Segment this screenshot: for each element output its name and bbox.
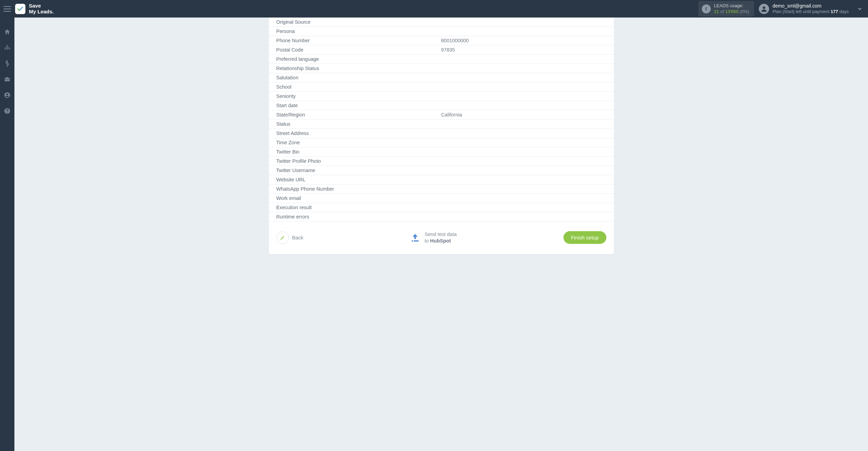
- usage-total: 13'850: [725, 9, 739, 14]
- field-label: Persona: [276, 29, 441, 34]
- field-row: Status: [269, 120, 614, 129]
- field-row: WhatsApp Phone Number: [269, 184, 614, 194]
- field-label: Work email: [276, 195, 441, 201]
- field-row: Twitter Bio: [269, 147, 614, 157]
- send-test-data-button[interactable]: Send test data to HubSpot: [410, 231, 457, 244]
- user-box[interactable]: demo_sml@gmail.com Plan |Start| left unt…: [759, 3, 849, 15]
- svg-rect-4: [9, 48, 10, 49]
- field-row: School: [269, 82, 614, 92]
- field-value: [441, 56, 606, 62]
- send-text: Send test data to HubSpot: [424, 231, 457, 244]
- logo-text[interactable]: Save My Leads.: [29, 3, 54, 14]
- field-value: [441, 205, 606, 210]
- nav-billing-icon[interactable]: [5, 60, 10, 67]
- field-value: [441, 19, 606, 25]
- nav-account-icon[interactable]: [4, 92, 11, 99]
- nav-briefcase-icon[interactable]: [4, 76, 11, 83]
- fields-list: Original SourcePersonaPhone Number800100…: [269, 18, 614, 222]
- back-label: Back: [292, 235, 304, 240]
- pencil-icon: [276, 232, 289, 244]
- avatar-icon: [759, 4, 769, 14]
- field-value: California: [441, 112, 606, 117]
- field-label: Start date: [276, 103, 441, 108]
- user-email: demo_sml@gmail.com: [773, 3, 849, 9]
- field-label: Twitter Bio: [276, 149, 441, 155]
- hamburger-icon[interactable]: [3, 6, 11, 12]
- card: Original SourcePersonaPhone Number800100…: [269, 18, 614, 254]
- field-value: [441, 29, 606, 34]
- usage-box[interactable]: i LEADS usage: 21 of 13'850 (0%): [698, 1, 754, 16]
- logo-line1: Save: [29, 3, 54, 9]
- nav-help-icon[interactable]: [4, 108, 11, 114]
- field-label: Status: [276, 121, 441, 127]
- field-label: Runtime errors: [276, 214, 441, 219]
- field-row: Twitter Profile Photo: [269, 157, 614, 166]
- user-plan: Plan |Start| left until payment 177 days: [773, 9, 849, 14]
- field-label: Street Address: [276, 131, 441, 136]
- field-row: Preferred language: [269, 55, 614, 64]
- chevron-down-icon[interactable]: [857, 6, 863, 12]
- svg-rect-2: [5, 48, 6, 49]
- usage-current: 21: [714, 9, 719, 14]
- field-row: Execution result: [269, 203, 614, 212]
- footer: Back Send test data to HubSpot Finish se…: [269, 222, 614, 244]
- field-row: Phone Number8001000000: [269, 36, 614, 45]
- usage-title: LEADS usage:: [714, 3, 749, 9]
- main-content: Original SourcePersonaPhone Number800100…: [14, 18, 868, 451]
- field-value: [441, 177, 606, 182]
- nav-home-icon[interactable]: [4, 29, 11, 35]
- field-row: Seniority: [269, 92, 614, 101]
- field-row: Runtime errors: [269, 212, 614, 222]
- field-value: [441, 168, 606, 173]
- field-label: School: [276, 84, 441, 90]
- field-label: WhatsApp Phone Number: [276, 186, 441, 192]
- field-row: Street Address: [269, 129, 614, 138]
- svg-point-0: [763, 6, 765, 9]
- field-value: [441, 103, 606, 108]
- field-value: [441, 84, 606, 90]
- topbar: Save My Leads. i LEADS usage: 21 of 13'8…: [0, 0, 868, 18]
- nav-integrations-icon[interactable]: [4, 44, 11, 51]
- field-value: [441, 140, 606, 145]
- field-row: Postal Code97835: [269, 45, 614, 55]
- back-button[interactable]: Back: [276, 232, 304, 244]
- usage-text: LEADS usage: 21 of 13'850 (0%): [714, 3, 749, 14]
- field-row: Work email: [269, 194, 614, 203]
- svg-point-6: [7, 93, 8, 95]
- upload-icon: [410, 233, 420, 243]
- info-icon: i: [702, 4, 711, 13]
- user-text: demo_sml@gmail.com Plan |Start| left unt…: [773, 3, 849, 15]
- field-value: [441, 158, 606, 164]
- field-row: Original Source: [269, 18, 614, 27]
- usage-percent: (0%): [740, 9, 749, 14]
- field-label: Salutation: [276, 75, 441, 80]
- field-label: Twitter Profile Photo: [276, 158, 441, 164]
- finish-setup-button[interactable]: Finish setup: [563, 231, 606, 244]
- field-label: Execution result: [276, 205, 441, 210]
- sidebar: [0, 18, 14, 451]
- field-value: 8001000000: [441, 38, 606, 43]
- field-value: [441, 186, 606, 192]
- svg-rect-3: [7, 48, 8, 49]
- field-row: State/RegionCalifornia: [269, 110, 614, 120]
- field-label: Seniority: [276, 93, 441, 99]
- logo-icon[interactable]: [15, 4, 25, 14]
- svg-point-8: [7, 112, 8, 113]
- field-value: [441, 121, 606, 127]
- field-label: Website URL: [276, 177, 441, 182]
- field-row: Website URL: [269, 175, 614, 184]
- field-value: [441, 195, 606, 201]
- field-label: Twitter Username: [276, 168, 441, 173]
- field-row: Twitter Username: [269, 166, 614, 175]
- field-label: State/Region: [276, 112, 441, 117]
- field-label: Postal Code: [276, 47, 441, 53]
- send-line1: Send test data: [424, 231, 457, 237]
- field-row: Salutation: [269, 73, 614, 82]
- field-label: Relationship Status: [276, 66, 441, 71]
- field-row: Start date: [269, 101, 614, 110]
- field-row: Relationship Status: [269, 64, 614, 73]
- field-label: Phone Number: [276, 38, 441, 43]
- field-row: Persona: [269, 27, 614, 36]
- field-row: Time Zone: [269, 138, 614, 147]
- svg-rect-1: [7, 45, 8, 46]
